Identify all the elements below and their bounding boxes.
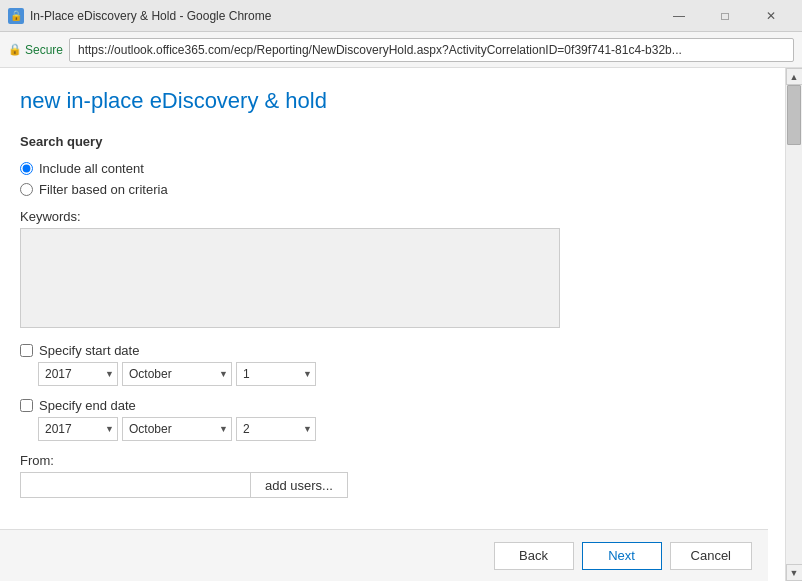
back-button[interactable]: Back [494, 542, 574, 570]
address-bar: 🔒 Secure https://outlook.office365.com/e… [0, 32, 802, 68]
start-month-select[interactable]: October [122, 362, 232, 386]
end-month-wrap: October ▼ [122, 417, 232, 441]
cancel-button[interactable]: Cancel [670, 542, 752, 570]
url-input[interactable]: https://outlook.office365.com/ecp/Report… [69, 38, 794, 62]
radio-filter-based-input[interactable] [20, 183, 33, 196]
add-users-button[interactable]: add users... [250, 472, 348, 498]
window-controls: — □ ✕ [656, 0, 794, 32]
start-day-wrap: 1 ▼ [236, 362, 316, 386]
radio-include-all[interactable]: Include all content [20, 161, 765, 176]
close-button[interactable]: ✕ [748, 0, 794, 32]
next-button[interactable]: Next [582, 542, 662, 570]
from-input[interactable] [20, 472, 250, 498]
start-year-select[interactable]: 2017 [38, 362, 118, 386]
scrollbar-track[interactable] [786, 85, 802, 564]
scrollbar-thumb[interactable] [787, 85, 801, 145]
keywords-label: Keywords: [20, 209, 765, 224]
minimize-button[interactable]: — [656, 0, 702, 32]
radio-group: Include all content Filter based on crit… [20, 161, 765, 197]
main-content: new in-place eDiscovery & hold Search qu… [0, 68, 802, 581]
scrollbar[interactable]: ▲ ▼ [785, 68, 802, 581]
start-date-label-row: Specify start date [20, 343, 765, 358]
start-day-select[interactable]: 1 [236, 362, 316, 386]
from-label: From: [20, 453, 765, 468]
keywords-field: Keywords: [20, 209, 765, 331]
radio-filter-based[interactable]: Filter based on criteria [20, 182, 765, 197]
radio-filter-based-label: Filter based on criteria [39, 182, 168, 197]
app-icon: 🔒 [8, 8, 24, 24]
content-area: new in-place eDiscovery & hold Search qu… [0, 68, 785, 581]
secure-label: Secure [25, 43, 63, 57]
radio-include-all-label: Include all content [39, 161, 144, 176]
window-title: In-Place eDiscovery & Hold - Google Chro… [30, 9, 656, 23]
section-label-search: Search query [20, 134, 765, 149]
end-year-select[interactable]: 2017 [38, 417, 118, 441]
footer: Back Next Cancel [0, 529, 768, 581]
lock-icon: 🔒 [8, 43, 22, 56]
start-month-wrap: October ▼ [122, 362, 232, 386]
scroll-up-arrow[interactable]: ▲ [786, 68, 803, 85]
maximize-button[interactable]: □ [702, 0, 748, 32]
end-year-wrap: 2017 ▼ [38, 417, 118, 441]
end-day-wrap: 2 ▼ [236, 417, 316, 441]
end-date-block: Specify end date 2017 ▼ October ▼ [20, 398, 765, 441]
start-date-selects: 2017 ▼ October ▼ 1 ▼ [38, 362, 765, 386]
keywords-textarea[interactable] [20, 228, 560, 328]
secure-badge: 🔒 Secure [8, 43, 63, 57]
end-date-label: Specify end date [39, 398, 136, 413]
end-month-select[interactable]: October [122, 417, 232, 441]
start-date-checkbox[interactable] [20, 344, 33, 357]
from-row: From: add users... [20, 453, 765, 498]
title-bar: 🔒 In-Place eDiscovery & Hold - Google Ch… [0, 0, 802, 32]
from-input-row: add users... [20, 472, 765, 498]
end-date-selects: 2017 ▼ October ▼ 2 ▼ [38, 417, 765, 441]
start-date-label: Specify start date [39, 343, 139, 358]
end-day-select[interactable]: 2 [236, 417, 316, 441]
page-title: new in-place eDiscovery & hold [20, 88, 765, 114]
end-date-checkbox[interactable] [20, 399, 33, 412]
start-year-wrap: 2017 ▼ [38, 362, 118, 386]
radio-include-all-input[interactable] [20, 162, 33, 175]
start-date-block: Specify start date 2017 ▼ October ▼ [20, 343, 765, 386]
scroll-down-arrow[interactable]: ▼ [786, 564, 803, 581]
end-date-label-row: Specify end date [20, 398, 765, 413]
